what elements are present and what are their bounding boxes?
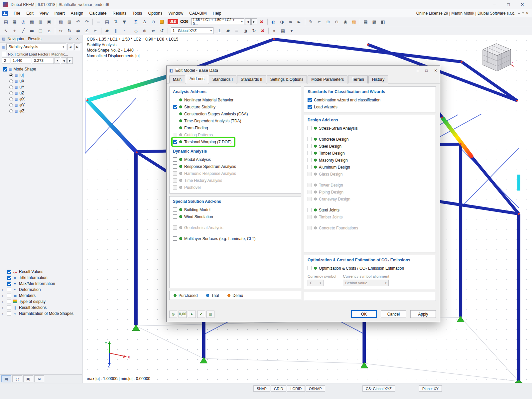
show-results-icon[interactable]: ◐ bbox=[269, 18, 277, 25]
mode-component-option[interactable]: ▦ uX bbox=[9, 78, 81, 84]
favorites-icon[interactable]: ◎ bbox=[169, 311, 177, 318]
status-toggle[interactable]: LGRID bbox=[287, 385, 305, 392]
checkbox[interactable] bbox=[308, 190, 312, 194]
checkbox[interactable] bbox=[173, 185, 177, 190]
dialog-tab[interactable]: Standards II bbox=[237, 75, 266, 83]
next-mode-button[interactable]: ▶ bbox=[67, 57, 73, 64]
addon-item[interactable]: Load wizards bbox=[308, 103, 432, 110]
guidelines-icon[interactable]: ∥ bbox=[112, 27, 120, 34]
mode-shape-selector-row[interactable]: 2 1.440 3.273 ▾ ◀ ▶ bbox=[0, 57, 82, 64]
menu-item[interactable]: View bbox=[37, 10, 52, 17]
annotations-icon[interactable]: ✎ bbox=[307, 18, 315, 25]
addon-item[interactable]: Multilayer Surfaces (e.g. Laminate, CLT) bbox=[173, 235, 298, 242]
display-option[interactable]: › Type of display bbox=[2, 299, 81, 305]
checkbox[interactable] bbox=[173, 171, 177, 176]
dialog-tab[interactable]: Model Parameters bbox=[308, 75, 347, 83]
checkbox[interactable] bbox=[308, 126, 312, 130]
dlubal-network-icon[interactable]: ◎ bbox=[19, 18, 27, 25]
cancel-selection-icon[interactable]: ✖ bbox=[259, 27, 267, 34]
addon-item[interactable]: Aluminum Design bbox=[308, 164, 432, 171]
addon-item[interactable]: Form-Finding bbox=[173, 124, 298, 131]
display-option[interactable]: › Deformation bbox=[2, 287, 81, 293]
cancel-button[interactable]: Cancel bbox=[381, 310, 406, 318]
checkbox[interactable] bbox=[308, 105, 312, 109]
check-model-icon[interactable]: ⊙ bbox=[149, 18, 157, 25]
display-option[interactable]: › Max/Min Information bbox=[2, 281, 81, 287]
checkbox[interactable] bbox=[173, 140, 177, 144]
toolbar-button[interactable] bbox=[268, 28, 269, 34]
mode-shape-node[interactable]: ▦ Mode Shape bbox=[3, 66, 81, 72]
toolbar-button[interactable] bbox=[305, 19, 305, 25]
rotate-icon[interactable]: ↻ bbox=[66, 27, 73, 34]
dialog-tab[interactable]: Terrain bbox=[348, 75, 368, 83]
addon-item[interactable]: Cutting Patterns bbox=[173, 131, 298, 138]
expand-chevron-icon[interactable]: › bbox=[2, 294, 5, 298]
addon-item[interactable]: Time-Dependent Analysis (TDA) bbox=[173, 117, 298, 124]
ok-button[interactable]: OK bbox=[351, 310, 377, 318]
checkbox[interactable] bbox=[308, 183, 312, 187]
render-mode-icon[interactable]: ◑ bbox=[241, 27, 249, 34]
menu-item[interactable]: Assign bbox=[68, 10, 86, 17]
addon-item[interactable]: Building Model bbox=[173, 206, 298, 213]
checkbox[interactable] bbox=[173, 236, 177, 241]
camera-icon[interactable]: ▣ bbox=[23, 375, 33, 382]
overflow-chevron-icon[interactable]: » bbox=[270, 27, 278, 34]
checkbox[interactable] bbox=[173, 98, 177, 102]
addon-item[interactable]: Timber Design bbox=[308, 150, 432, 157]
menu-item[interactable]: Calculate bbox=[86, 10, 109, 17]
addon-item[interactable]: Nonlinear Material Behavior bbox=[173, 96, 298, 103]
addon-item[interactable]: Craneway Design bbox=[308, 196, 432, 202]
addon-item[interactable]: Piping Design bbox=[308, 189, 432, 196]
status-toggle[interactable]: GRID bbox=[271, 385, 287, 392]
mode-component-option[interactable]: ▦ φY bbox=[9, 102, 81, 108]
load-case-combo[interactable]: 1.35 * LC1 + 1.50 * LC2 + 0... ▾ bbox=[191, 18, 244, 25]
checkbox[interactable] bbox=[173, 207, 177, 212]
radio-button[interactable] bbox=[9, 91, 13, 95]
toolbar-button[interactable] bbox=[101, 28, 101, 34]
doc-close-icon[interactable]: ✕ bbox=[526, 11, 529, 15]
result-values-icon[interactable]: ◑ bbox=[278, 18, 286, 25]
status-toggle[interactable]: OSNAP bbox=[306, 385, 325, 392]
menu-item[interactable]: Help bbox=[210, 10, 224, 17]
dialog-minimize-button[interactable]: – bbox=[417, 68, 419, 73]
copy-settings-icon[interactable]: ▥ bbox=[206, 311, 214, 318]
checkbox[interactable] bbox=[7, 288, 11, 292]
addon-item[interactable]: Wind Simulation bbox=[173, 213, 298, 220]
dialog-tab[interactable]: Settings & Options bbox=[267, 75, 307, 83]
radio-button[interactable] bbox=[9, 79, 13, 83]
doc-minimize-icon[interactable]: – bbox=[518, 11, 520, 15]
mode-component-option[interactable]: ▦ φZ bbox=[9, 108, 81, 114]
menu-item[interactable]: File bbox=[11, 10, 23, 17]
display-colors-icon[interactable]: ▧ bbox=[350, 18, 358, 25]
expand-chevron-icon[interactable]: › bbox=[2, 288, 5, 292]
toolbar-button[interactable] bbox=[360, 19, 360, 25]
addon-item[interactable]: Masonry Design bbox=[308, 157, 432, 164]
display-option[interactable]: › Title Information bbox=[2, 275, 81, 281]
addon-item[interactable]: Timber Joints bbox=[308, 213, 432, 220]
checkbox[interactable] bbox=[7, 312, 11, 316]
display-option[interactable]: › Members bbox=[2, 293, 81, 299]
move-icon[interactable]: ↔ bbox=[57, 27, 65, 34]
model-data-icon[interactable]: ▩ bbox=[28, 18, 36, 25]
checkbox[interactable] bbox=[308, 165, 312, 169]
mode-component-option[interactable]: ▦ uZ bbox=[9, 90, 81, 96]
visibility-eye-icon[interactable]: ◎ bbox=[12, 375, 22, 382]
toolbar-button[interactable] bbox=[55, 19, 55, 25]
next-result-button[interactable]: ▶ bbox=[74, 44, 80, 50]
table-filter-icon[interactable]: ▼ bbox=[120, 18, 128, 25]
animation-icon[interactable]: ► bbox=[295, 18, 303, 25]
work-plane-status[interactable]: Plane: XY bbox=[419, 385, 442, 392]
previous-view-icon[interactable]: ↺ bbox=[158, 27, 166, 34]
mode-component-option[interactable]: ▦ |u| bbox=[9, 72, 81, 78]
currency-alignment-select[interactable]: Behind value ▾ bbox=[343, 280, 389, 286]
save-model-icon[interactable]: ▣ bbox=[45, 18, 53, 25]
optimization-checkbox-row[interactable]: Optimization & Costs / CO₂ Emission Esti… bbox=[308, 265, 432, 272]
checkbox[interactable] bbox=[308, 197, 312, 201]
radio-button[interactable] bbox=[9, 97, 13, 101]
analysis-type-select[interactable]: Stability Analysis ▾ bbox=[6, 44, 66, 50]
dimensions-icon[interactable]: ∠ bbox=[83, 27, 91, 34]
solids-icon[interactable]: □ bbox=[37, 27, 45, 34]
checkbox[interactable] bbox=[173, 112, 177, 116]
checkbox[interactable] bbox=[173, 157, 177, 162]
checkbox[interactable] bbox=[173, 105, 177, 109]
